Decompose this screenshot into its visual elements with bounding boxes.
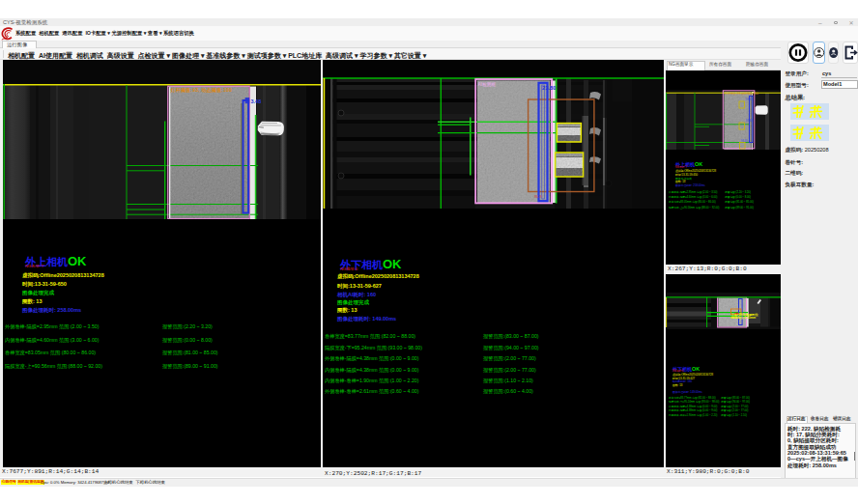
svg-text:灯杆阈值:93, 动态阈值:100: 灯杆阈值:93, 动态阈值:100 bbox=[170, 87, 232, 94]
svg-text:AI检测框: AI检测框 bbox=[478, 81, 497, 88]
svg-text:RL:9: RL:9 bbox=[534, 195, 541, 199]
svg-text:3.48: 3.48 bbox=[251, 98, 262, 104]
svg-text:23.80: 23.80 bbox=[542, 85, 557, 91]
svg-text:隔膜走位:0.33mm: 隔膜走位:0.33mm bbox=[731, 316, 757, 320]
svg-text:93.48: 93.48 bbox=[741, 139, 748, 143]
svg-text:93.48: 93.48 bbox=[746, 119, 753, 123]
svg-text:93.48: 93.48 bbox=[746, 98, 753, 101]
svg-text:灯杆阈值:93,动态阈值:100: 灯杆阈值:93,动态阈值:100 bbox=[725, 92, 758, 96]
